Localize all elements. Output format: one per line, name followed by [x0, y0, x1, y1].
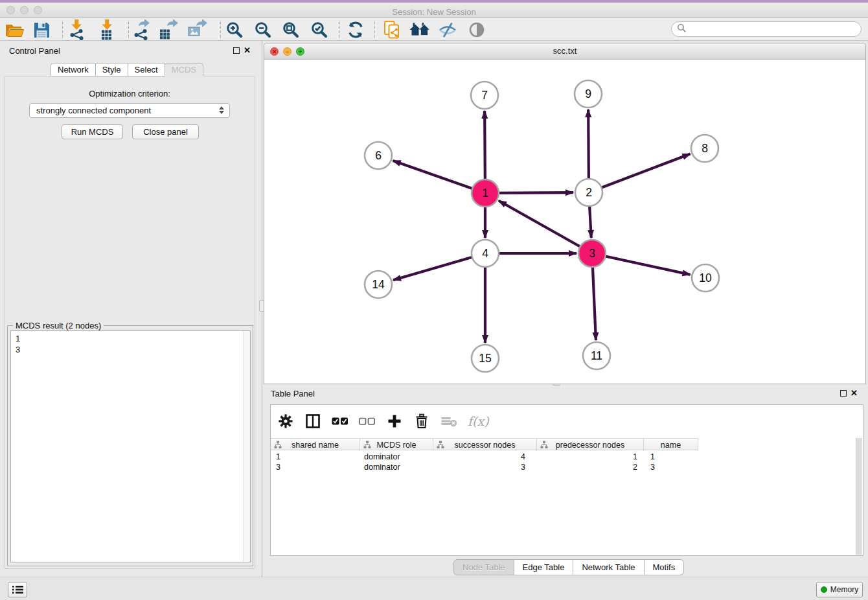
- export-network-icon[interactable]: [130, 19, 153, 40]
- close-table-panel-icon[interactable]: ✕: [851, 390, 858, 397]
- column-header-name[interactable]: name: [644, 439, 698, 451]
- optimization-select[interactable]: strongly connected component: [29, 103, 230, 118]
- table-cell[interactable]: 1: [644, 452, 698, 462]
- add-column-icon[interactable]: [386, 412, 403, 430]
- homes-icon[interactable]: [408, 19, 431, 40]
- search-input[interactable]: [689, 23, 861, 35]
- tab-motifs[interactable]: Motifs: [645, 559, 685, 575]
- graph-node-label: 7: [481, 89, 488, 102]
- window-title: Session: New Session: [0, 5, 868, 19]
- run-mcds-button[interactable]: Run MCDS: [62, 124, 123, 139]
- import-network-icon[interactable]: [65, 19, 88, 40]
- column-header-successor-nodes[interactable]: successor nodes: [433, 439, 537, 451]
- graph-node-label: 11: [591, 349, 602, 362]
- close-panel-icon[interactable]: ✕: [244, 47, 251, 54]
- zoom-out-icon[interactable]: [251, 19, 275, 40]
- graph-node-11[interactable]: 11: [583, 342, 610, 369]
- graph-node-2[interactable]: 2: [575, 179, 602, 206]
- zoom-selected-icon[interactable]: [308, 19, 331, 40]
- refresh-icon[interactable]: [344, 19, 367, 40]
- mcds-panel: Optimization criterion: strongly connect…: [4, 76, 255, 569]
- graph-node-label: 4: [482, 247, 488, 260]
- minimize-view-icon[interactable]: −: [283, 47, 291, 56]
- panel-divider[interactable]: [260, 41, 263, 577]
- column-header-label: shared name: [271, 441, 360, 450]
- tree-icon: [437, 441, 444, 449]
- column-header-label: name: [644, 441, 698, 450]
- tab-mcds[interactable]: MCDS: [165, 63, 203, 76]
- tab-edge-table[interactable]: Edge Table: [514, 559, 574, 575]
- graph-node-7[interactable]: 7: [471, 82, 498, 109]
- graph-node-15[interactable]: 15: [472, 345, 499, 372]
- column-header-shared-name[interactable]: shared name: [271, 439, 360, 451]
- graph-edge-3-10[interactable]: [592, 253, 691, 275]
- tab-network-table[interactable]: Network Table: [573, 559, 644, 575]
- float-panel-icon[interactable]: [233, 47, 240, 54]
- table-cell[interactable]: dominator: [360, 462, 433, 472]
- graph-node-label: 9: [585, 87, 591, 100]
- graph-node-10[interactable]: 10: [692, 264, 719, 292]
- table-cell[interactable]: 1: [537, 452, 644, 462]
- mcds-result-area[interactable]: 1 3: [10, 330, 251, 562]
- graph-node-3[interactable]: 3: [578, 240, 606, 267]
- function-icon[interactable]: f(x): [468, 414, 489, 428]
- table-toolbar: f(x): [277, 410, 489, 432]
- delete-table-icon[interactable]: [440, 412, 457, 430]
- network-window-titlebar[interactable]: scc.txt ✕ − +: [264, 43, 865, 60]
- graph-edge-1-6[interactable]: [393, 161, 485, 193]
- eye-icon[interactable]: [465, 19, 488, 40]
- tab-select[interactable]: Select: [128, 63, 165, 76]
- save-icon[interactable]: [30, 19, 53, 40]
- maximize-view-icon[interactable]: +: [296, 47, 304, 56]
- hide-eye-icon[interactable]: [436, 19, 459, 40]
- close-panel-button[interactable]: Close panel: [132, 124, 199, 139]
- export-table-icon[interactable]: [157, 19, 181, 40]
- delete-column-icon[interactable]: [413, 412, 430, 430]
- tab-node-table[interactable]: Node Table: [453, 559, 514, 575]
- import-table-icon[interactable]: [95, 19, 119, 40]
- table-cell[interactable]: dominator: [360, 452, 433, 462]
- table-cell[interactable]: 2: [537, 462, 644, 472]
- close-view-icon[interactable]: ✕: [270, 47, 279, 56]
- table-cell[interactable]: 3: [271, 462, 360, 472]
- select-all-icon[interactable]: [332, 412, 348, 430]
- table-cell[interactable]: 1: [271, 452, 360, 462]
- zoom-in-icon[interactable]: [223, 19, 246, 40]
- open-folder-icon[interactable]: [3, 19, 26, 40]
- deselect-all-icon[interactable]: [359, 412, 376, 430]
- zoom-fit-icon[interactable]: [279, 19, 303, 40]
- graph-node-6[interactable]: 6: [365, 142, 392, 169]
- graph-node-1[interactable]: 1: [472, 179, 499, 207]
- tab-style[interactable]: Style: [96, 63, 128, 76]
- gear-icon[interactable]: [277, 412, 294, 430]
- graph-node-label: 3: [589, 247, 595, 260]
- memory-label: Memory: [830, 585, 858, 594]
- mcds-result-title: MCDS result (2 nodes): [13, 321, 104, 330]
- table-cell[interactable]: 3: [433, 462, 537, 472]
- network-graph[interactable]: 7968124314101511: [264, 60, 865, 384]
- table-cell[interactable]: 3: [644, 462, 698, 472]
- copy-network-icon[interactable]: [380, 19, 404, 40]
- table-scrollbar[interactable]: [856, 438, 862, 555]
- graph-node-9[interactable]: 9: [575, 80, 602, 108]
- table-row[interactable]: 3dominator323: [271, 462, 698, 472]
- search-box[interactable]: [671, 21, 862, 37]
- float-table-panel-icon[interactable]: [840, 390, 847, 397]
- export-image-icon[interactable]: [186, 19, 209, 40]
- graph-node-14[interactable]: 14: [365, 271, 392, 298]
- graph-node-4[interactable]: 4: [472, 240, 499, 267]
- columns-icon[interactable]: [304, 412, 321, 430]
- table-cell[interactable]: 4: [433, 452, 537, 462]
- result-scrollbar[interactable]: [243, 331, 250, 562]
- task-list-button[interactable]: [8, 582, 27, 597]
- graph-node-8[interactable]: 8: [691, 135, 718, 162]
- tab-network[interactable]: Network: [51, 63, 96, 76]
- search-icon: [677, 23, 686, 35]
- graph-edge-2-8[interactable]: [589, 154, 691, 192]
- column-header-predecessor-nodes[interactable]: predecessor nodes: [537, 439, 644, 451]
- toolbar-separator: [339, 21, 340, 38]
- memory-button[interactable]: Memory: [816, 582, 863, 597]
- column-header-MCDS-role[interactable]: MCDS role: [360, 439, 433, 451]
- table-row[interactable]: 1dominator411: [271, 452, 698, 462]
- graph-edge-3-1[interactable]: [499, 201, 592, 253]
